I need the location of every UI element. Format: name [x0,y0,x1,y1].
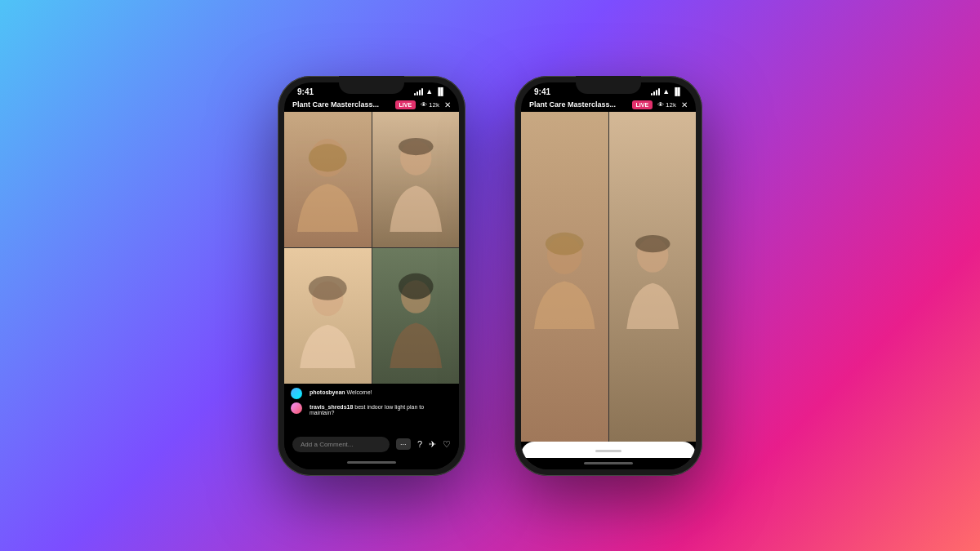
chat-text-1: photosbyean Welcome! [305,388,376,397]
comment-input[interactable]: Add a Comment... [292,437,390,452]
heart-icon[interactable]: ♡ [443,439,451,450]
wifi-icon: ▲ [425,87,433,96]
live-header: Plant Care Masterclass... LIVE 👁 12k ✕ [284,98,459,112]
phone-screen: 9:41 ▲ ▐▌ Plant Care Masterclass... LIVE… [284,82,459,469]
bottom-sheet: Plant Care Masterclass rohina Rohina | A… [521,442,696,458]
close-button[interactable]: ✕ [444,100,451,109]
right-live-badge: LIVE [632,100,653,109]
svg-point-3 [398,137,433,154]
send-icon[interactable]: ✈ [429,439,436,450]
chat-overlay: photosbyean Welcome! travis_shreds18 bes… [291,388,452,429]
chat-text-2: travis_shreds18 best indoor low light pl… [305,402,452,417]
signal-icon [414,88,423,96]
right-battery-icon: ▐▌ [672,87,683,96]
eye-icon: 👁 [421,101,427,109]
home-indicator-bar [347,461,396,464]
chat-username-1: photosbyean [310,389,345,395]
right-viewer-count: 👁 12k [657,101,676,109]
notch [339,76,404,94]
viewer-number: 12k [429,101,439,109]
svg-point-9 [546,232,584,255]
more-icon: ··· [400,440,407,448]
svg-point-11 [635,235,670,252]
chat-message-1: photosbyean Welcome! [291,388,452,399]
svg-point-5 [309,276,347,300]
right-signal-icon [651,88,660,96]
chat-msg-1: Welcome! [347,389,372,395]
right-video-cell-1 [521,112,608,442]
viewer-count: 👁 12k [421,101,439,109]
video-grid [284,112,459,384]
right-phone: 9:41 ▲ ▐▌ Plant Care Masterclass... LIVE… [514,76,702,476]
chat-username-2: travis_shreds18 [310,404,353,410]
chat-avatar-1 [291,388,302,399]
status-icons: ▲ ▐▌ [414,87,446,96]
right-viewer-number: 12k [666,101,676,109]
right-live-header: Plant Care Masterclass... LIVE 👁 12k ✕ [521,98,696,112]
video-cell-3 [284,248,372,384]
right-close-button[interactable]: ✕ [681,100,688,109]
right-phone-screen: 9:41 ▲ ▐▌ Plant Care Masterclass... LIVE… [521,82,696,469]
comment-placeholder: Add a Comment... [301,441,353,448]
video-cell-1 [284,112,372,247]
right-video-grid [521,112,696,442]
chat-message-2: travis_shreds18 best indoor low light pl… [291,402,452,417]
right-video-cell-2 [609,112,697,442]
more-button[interactable]: ··· [396,438,411,450]
svg-point-7 [398,273,433,299]
right-status-time: 9:41 [534,87,550,96]
right-notch [576,76,641,94]
home-indicator [284,456,459,469]
question-icon[interactable]: ? [417,439,422,450]
left-phone: 9:41 ▲ ▐▌ Plant Care Masterclass... LIVE… [278,76,466,476]
live-title: Plant Care Masterclass... [292,100,390,109]
live-badge: LIVE [395,100,416,109]
right-home-indicator [521,458,696,469]
bottom-icons: ? ✈ ♡ [417,439,451,450]
bottom-bar: Add a Comment... ··· ? ✈ ♡ [284,433,459,456]
right-eye-icon: 👁 [657,101,664,109]
sheet-handle [595,450,621,452]
right-home-indicator-bar [584,462,633,464]
video-cell-2 [372,112,460,247]
status-time: 9:41 [297,87,314,96]
right-live-title: Plant Care Masterclass... [529,100,627,109]
chat-avatar-2 [291,402,302,414]
right-status-icons: ▲ ▐▌ [651,87,683,96]
video-cell-4 [372,248,460,384]
battery-icon: ▐▌ [435,87,446,96]
right-wifi-icon: ▲ [662,87,670,96]
svg-point-1 [309,144,347,171]
